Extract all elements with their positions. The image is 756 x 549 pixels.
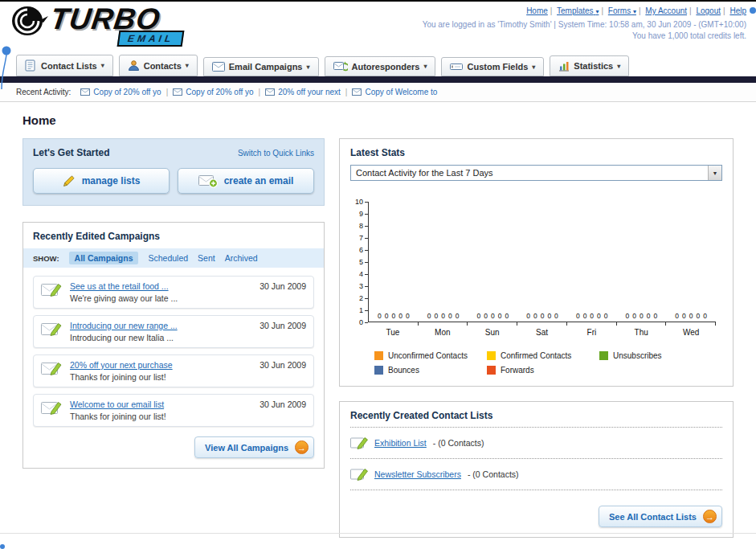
custom-fields-icon (450, 62, 463, 72)
stats-panel-title: Latest Stats (350, 147, 722, 158)
chart-day-group: 00000 (517, 312, 567, 322)
recent-activity-item[interactable]: Copy of 20% off yo (80, 88, 161, 96)
separator: | (259, 88, 261, 96)
legend-item: Confirmed Contacts (487, 351, 599, 360)
list-edit-icon (350, 436, 368, 450)
y-axis-tick: 1 (350, 306, 368, 314)
contact-list-link[interactable]: Newsletter Subscribers (374, 469, 461, 479)
campaign-list-item[interactable]: Welcome to our email list Thanks for joi… (33, 394, 314, 427)
filter-sent[interactable]: Sent (198, 253, 215, 263)
see-all-contact-lists-button[interactable]: See All Contact Lists → (599, 506, 722, 527)
chevron-down-icon: ▾ (306, 64, 309, 71)
chart-day-group: 00000 (617, 312, 667, 322)
divider (350, 458, 722, 459)
contact-list-item[interactable]: Newsletter Subscribers - (0 Contacts) (350, 465, 722, 484)
recent-activity-link: Copy of 20% off yo (93, 88, 161, 96)
email-icon (173, 88, 182, 96)
filter-all-campaigns[interactable]: All Campaigns (69, 252, 139, 264)
y-axis-tick: 4 (350, 270, 368, 278)
campaign-subtitle: Thanks for joining our list! (70, 372, 251, 382)
nav-logout[interactable]: Logout (696, 6, 721, 15)
switch-quick-links-link[interactable]: Switch to Quick Links (238, 149, 314, 158)
tab-email-campaigns[interactable]: Email Campaigns ▾ (203, 57, 319, 76)
stats-period-select[interactable]: Contact Activity for the Last 7 Days ▼ (350, 165, 722, 181)
filter-archived[interactable]: Archived (225, 253, 258, 263)
tab-label: Custom Fields (467, 62, 528, 72)
campaign-date: 30 Jun 2009 (259, 321, 306, 330)
contact-list-link[interactable]: Exhibition List (374, 438, 427, 448)
nav-help[interactable]: Help (729, 6, 746, 15)
nav-forms[interactable]: Forms ▾ (608, 6, 636, 15)
campaign-subtitle: Introducing our new Italia ... (70, 333, 251, 342)
tab-autoresponders[interactable]: Autoresponders ▾ (325, 56, 436, 76)
tab-label: Autoresponders (352, 62, 420, 72)
campaign-text: Welcome to our email list Thanks for joi… (70, 399, 251, 421)
x-axis-label: Tue (368, 328, 418, 337)
tab-custom-fields[interactable]: Custom Fields ▾ (441, 57, 544, 76)
email-campaigns-icon (212, 62, 225, 72)
legend-item: Bounces (374, 366, 487, 375)
nav-home[interactable]: Home (526, 6, 548, 15)
recently-created-contact-lists-panel: Recently Created Contact Lists Exhibitio… (339, 401, 734, 538)
divider (350, 427, 722, 428)
separator: | (723, 6, 725, 15)
chevron-down-icon: ▾ (617, 63, 620, 70)
nav-forms-label: Forms (608, 6, 631, 15)
manage-lists-button[interactable]: manage lists (33, 168, 170, 194)
manage-lists-label: manage lists (82, 175, 141, 186)
legend-swatch (599, 351, 608, 360)
tab-contacts[interactable]: Contacts ▾ (119, 55, 198, 76)
chart-plot: 00000000000000000000000000000000000 (368, 202, 716, 322)
contact-list-detail: - (0 Contacts) (433, 438, 484, 448)
recent-activity-item[interactable]: Copy of 20% off yo (173, 88, 253, 96)
recent-activity-item[interactable]: Copy of Welcome to (352, 88, 437, 96)
select-dropdown-icon: ▼ (708, 166, 721, 180)
tab-contact-lists[interactable]: Contact Lists ▾ (16, 55, 113, 76)
chevron-down-icon: ▾ (595, 8, 599, 15)
page-bottom-rule (0, 533, 756, 534)
tab-label: Statistics (574, 61, 613, 71)
divider (350, 490, 722, 490)
separator: | (689, 6, 692, 15)
y-axis-tick: 6 (350, 246, 368, 254)
campaign-list-item[interactable]: 20% off your next purchase Thanks for jo… (33, 354, 314, 387)
autoresponders-icon (333, 61, 348, 72)
x-axis-label: Sun (468, 328, 517, 337)
create-email-button[interactable]: create an email (178, 168, 314, 194)
filter-scheduled[interactable]: Scheduled (148, 253, 188, 263)
email-icon (80, 88, 90, 96)
contact-activity-chart: 109876543210 000000000000000000000000000… (350, 202, 722, 337)
campaign-list-item[interactable]: Introducing our new range ... Introducin… (33, 315, 314, 348)
main-nav-tabs: Contact Lists ▾ Contacts ▾ Email Campaig… (0, 50, 756, 76)
recent-activity-link: Copy of 20% off yo (186, 88, 253, 96)
legend-swatch (374, 366, 383, 375)
list-edit-icon (350, 467, 368, 481)
arrow-right-icon: → (295, 440, 309, 454)
arrow-right-icon: → (703, 510, 717, 523)
top-nav: Home| Templates ▾| Forms ▾| My Account| … (423, 6, 746, 15)
recent-activity-bar: Recent Activity: Copy of 20% off yo | Co… (0, 83, 756, 102)
view-all-campaigns-button[interactable]: View All Campaigns → (194, 436, 314, 458)
y-axis-tick: 7 (350, 234, 368, 242)
campaign-title-link[interactable]: See us at the retail food ... (70, 281, 251, 291)
logo-text: TURBO EMAIL (51, 4, 161, 38)
logo-email: EMAIL (117, 31, 185, 47)
campaign-title-link[interactable]: Welcome to our email list (70, 399, 251, 409)
nav-my-account[interactable]: My Account (645, 6, 687, 15)
campaign-title-link[interactable]: Introducing our new range ... (70, 321, 251, 330)
contact-list-item[interactable]: Exhibition List - (0 Contacts) (350, 433, 722, 453)
nav-templates[interactable]: Templates ▾ (557, 6, 599, 15)
main-content: Home Let's Get Started Switch to Quick L… (0, 102, 756, 538)
tab-statistics[interactable]: Statistics ▾ (550, 55, 629, 76)
page-title: Home (22, 113, 734, 127)
legend-swatch (374, 351, 383, 360)
turbo-email-logo[interactable]: TURBO EMAIL (11, 4, 161, 38)
view-all-campaigns-label: View All Campaigns (205, 443, 288, 453)
campaign-title-link[interactable]: 20% off your next purchase (70, 360, 251, 370)
x-axis-label: Thu (616, 328, 666, 337)
chart-day-group: 00000 (369, 312, 419, 322)
campaign-list-item[interactable]: See us at the retail food ... We're givi… (33, 276, 314, 309)
recent-activity-item[interactable]: 20% off your next (265, 88, 341, 96)
y-axis-tick: 0 (350, 318, 368, 326)
separator: | (639, 6, 641, 15)
